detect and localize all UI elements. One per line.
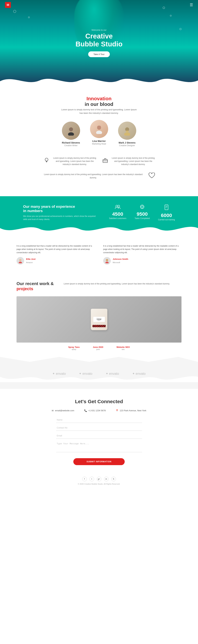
hamburger-menu[interactable]: ☰ — [190, 3, 193, 7]
svg-point-22 — [19, 259, 22, 261]
svg-rect-18 — [165, 205, 168, 210]
testimonial-1-text: It is a long established fact that a rea… — [16, 244, 95, 254]
tag-website-seo: Website SEO seo — [116, 346, 130, 350]
tasks-icon — [134, 204, 150, 210]
tag-june-2020: June 2020 june — [93, 346, 103, 350]
contact-form: SUBMIT INFORMATION — [56, 417, 142, 465]
site-logo[interactable]: M — [5, 2, 11, 8]
numbers-heading: Our many years of experiencein numbers — [23, 204, 99, 213]
social-skype[interactable]: S — [111, 477, 116, 481]
social-twitter[interactable]: t — [90, 477, 94, 481]
social-linkedin[interactable]: in — [104, 477, 109, 481]
innovation-description: Lorem ipsum is simply dummy text of the … — [61, 108, 137, 115]
author-avatar-2 — [103, 257, 111, 264]
feature-bulb-text: Lorem ipsum is simply dummy text of the … — [53, 156, 96, 166]
author-name-2: Johnson Smith — [113, 257, 128, 261]
contact-email: ✉ email@website.com — [52, 409, 74, 412]
training-icon — [158, 204, 175, 212]
feature-bulb: Lorem ipsum is simply dummy text of the … — [43, 156, 96, 166]
social-googleplus[interactable]: g+ — [97, 477, 102, 481]
stat-training-label: Carried out training — [158, 218, 175, 221]
stat-tasks-num: 9500 — [134, 211, 150, 217]
svg-point-5 — [124, 132, 130, 136]
numbers-stats: 4500 Satisfied customers — [109, 204, 175, 221]
team-row: Richard Stevens Creative Writer Lisa War… — [23, 122, 175, 147]
form-row-email — [56, 433, 142, 439]
hero-title: Creative Bubble Studio — [76, 32, 122, 48]
project-image: Battlecreek COFFEE DECAF — [16, 296, 182, 342]
hero-section: M ☰ Welcome to our Creative Bubble Studi… — [0, 0, 198, 86]
numbers-inner: Our many years of experiencein numbers W… — [23, 204, 175, 221]
contact-input[interactable] — [56, 425, 142, 431]
stat-customers-num: 4500 — [109, 211, 126, 217]
numbers-left: Our many years of experiencein numbers W… — [23, 204, 99, 221]
member-role-3: Creative Designer — [118, 144, 136, 147]
heart-icon — [148, 172, 155, 180]
svg-point-25 — [105, 262, 109, 263]
member-role-1: Creative Writer — [62, 144, 80, 147]
stat-tasks-label: Tasks Completed — [134, 217, 150, 220]
stat-training-num: 6000 — [158, 212, 175, 218]
svg-point-0 — [69, 127, 73, 131]
svg-point-7 — [45, 158, 48, 161]
footer-copyright: © 2020 Creative Bubble Studio. All Right… — [16, 483, 182, 485]
submit-button[interactable]: SUBMIT INFORMATION — [73, 458, 125, 465]
projects-title-block: Our recent work & projects — [16, 281, 54, 291]
message-input[interactable] — [56, 441, 142, 452]
member-name-3: Mark J Stevens — [118, 142, 136, 144]
projects-description: Lorem ipsum is simply dummy text of the … — [64, 281, 182, 286]
email-input[interactable] — [56, 433, 142, 439]
hero-content: Welcome to our Creative Bubble Studio Ta… — [76, 29, 122, 57]
features-grid: Lorem ipsum is simply dummy text of the … — [23, 155, 175, 173]
site-footer: f t g+ in S © 2020 Creative Bubble Studi… — [0, 474, 198, 490]
stat-training: 6000 Carried out training — [158, 204, 175, 221]
sponsor-wave-top — [0, 357, 198, 365]
member-role-2: Marketing Head — [90, 143, 108, 145]
contact-address: 📍 123 Park Avenue, New York — [116, 409, 146, 412]
contact-section: Let's Get Connected ✉ email@website.com … — [0, 389, 198, 474]
innovation-title: Innovation in our blood — [23, 96, 175, 107]
svg-point-23 — [19, 262, 22, 263]
customers-icon — [109, 204, 126, 210]
name-input[interactable] — [56, 417, 142, 423]
feature-briefcase: Lorem ipsum is simply dummy text of the … — [102, 156, 155, 166]
location-icon: 📍 — [116, 409, 118, 412]
sponsor-wave-bottom — [0, 374, 198, 382]
numbers-section: Our many years of experiencein numbers W… — [0, 196, 198, 234]
svg-point-11 — [118, 205, 120, 207]
team-member-2: Lisa Warrior Marketing Head — [90, 120, 108, 147]
author-name-1: Ellie Jost — [26, 257, 36, 261]
stat-tasks: 9500 Tasks Completed — [134, 204, 150, 221]
bulb-icon — [43, 156, 50, 164]
contact-title: Let's Get Connected — [26, 399, 172, 404]
author-info-2: Johnson Smith Microsoft — [113, 257, 128, 264]
form-row-contact — [56, 425, 142, 431]
projects-title: Our recent work & projects — [16, 281, 54, 291]
svg-point-3 — [96, 131, 102, 134]
site-header: M ☰ — [0, 0, 198, 10]
heart-row-text: Lorem ipsum is simply dummy text of the … — [43, 173, 144, 179]
bubble-deco-4 — [170, 15, 172, 16]
stat-customers: 4500 Satisfied customers — [109, 204, 126, 221]
avatar-mark — [118, 122, 136, 140]
form-row-name — [56, 417, 142, 423]
team-member-1: Richard Stevens Creative Writer — [62, 122, 80, 147]
author-company-2: Microsoft — [113, 261, 128, 264]
stat-customers-label: Satisfied customers — [109, 217, 126, 220]
svg-point-24 — [106, 259, 108, 261]
coffee-bag: Battlecreek COFFEE DECAF — [91, 309, 107, 330]
svg-point-10 — [116, 205, 118, 207]
social-facebook[interactable]: f — [82, 477, 87, 481]
tag-spray-tans: Spray Tans spray — [68, 346, 80, 350]
svg-point-13 — [141, 206, 143, 208]
numbers-sub: We show you our professional achievement… — [23, 215, 99, 221]
avatar-lisa — [90, 120, 108, 138]
hero-cta-button[interactable]: Take A Tour — [88, 51, 110, 57]
hero-wave — [0, 75, 198, 86]
heart-row: Lorem ipsum is simply dummy text of the … — [23, 172, 175, 188]
social-links: f t g+ in S — [16, 477, 182, 481]
briefcase-icon — [102, 156, 109, 164]
author-info-1: Ellie Jost Amazon — [26, 257, 36, 264]
innovation-section: Innovation in our blood Lorem ipsum is s… — [0, 86, 198, 196]
author-company-1: Amazon — [26, 261, 36, 264]
